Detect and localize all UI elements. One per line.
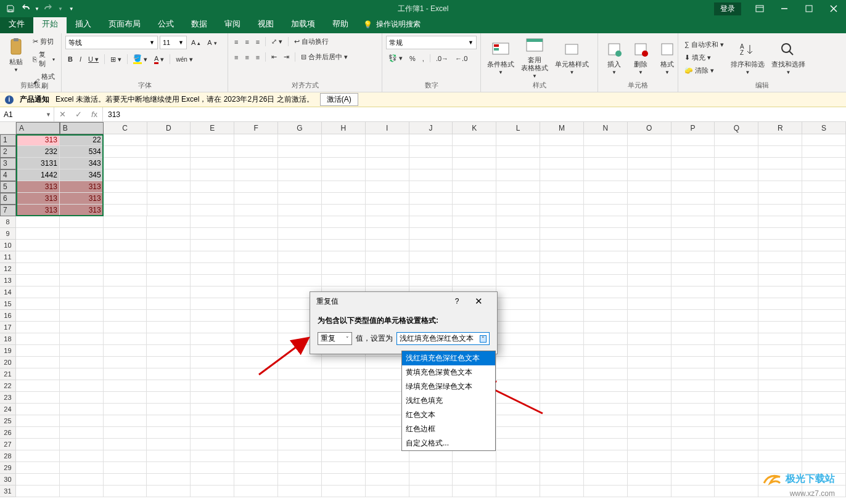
cell[interactable] (584, 251, 628, 263)
cell[interactable] (715, 439, 758, 450)
cell[interactable]: 3131 (16, 158, 60, 169)
row-header[interactable]: 18 (0, 333, 16, 345)
cell[interactable] (234, 427, 278, 439)
cell[interactable] (540, 240, 584, 251)
cell[interactable] (147, 193, 191, 205)
activate-button[interactable]: 激活(A) (320, 93, 358, 106)
undo-icon[interactable] (20, 3, 31, 14)
cell[interactable] (191, 450, 234, 462)
cell[interactable] (540, 427, 584, 439)
cell[interactable] (234, 357, 278, 368)
cell[interactable] (322, 146, 366, 158)
cell[interactable] (802, 380, 846, 392)
save-icon[interactable] (5, 3, 16, 14)
cell[interactable] (16, 275, 60, 287)
cell[interactable] (409, 240, 453, 251)
cell[interactable] (60, 404, 104, 415)
bold-button[interactable]: B (65, 54, 75, 64)
increase-indent-button[interactable]: ⇥ (281, 52, 292, 62)
cell[interactable] (715, 474, 758, 486)
cell[interactable] (758, 205, 802, 216)
cell[interactable] (758, 158, 802, 169)
cell[interactable] (628, 474, 671, 486)
cell[interactable] (278, 158, 322, 169)
cell[interactable] (496, 146, 540, 158)
increase-font-button[interactable]: A▴ (189, 38, 203, 47)
cell[interactable] (671, 450, 715, 462)
column-header[interactable]: E (191, 122, 234, 134)
cell[interactable] (496, 205, 540, 216)
cell[interactable]: 534 (60, 146, 104, 158)
cell[interactable] (540, 392, 584, 404)
cell[interactable] (322, 228, 366, 240)
cell[interactable] (715, 310, 758, 322)
cell[interactable] (147, 251, 191, 263)
column-header[interactable]: A (16, 122, 60, 134)
ribbon-display-icon[interactable] (747, 0, 772, 17)
cell[interactable] (366, 240, 409, 251)
merge-center-button[interactable]: ⊟合并后居中 ▾ (298, 51, 350, 63)
cell[interactable] (16, 450, 60, 462)
format-option[interactable]: 黄填充色深黄色文本 (402, 365, 495, 380)
decrease-font-button[interactable]: A▾ (205, 38, 219, 47)
row-header[interactable]: 19 (0, 345, 16, 357)
cell[interactable] (60, 415, 104, 427)
cell[interactable] (628, 404, 671, 415)
cell[interactable] (147, 216, 191, 228)
cell[interactable] (496, 158, 540, 169)
cell[interactable] (191, 169, 234, 181)
cell[interactable] (584, 462, 628, 474)
cell[interactable] (453, 462, 496, 474)
increase-decimal-button[interactable]: .0→ (433, 54, 451, 63)
cell[interactable] (278, 439, 322, 450)
cell[interactable] (191, 205, 234, 216)
tab-insert[interactable]: 插入 (67, 15, 100, 33)
cell[interactable] (322, 275, 366, 287)
cell[interactable] (322, 439, 366, 450)
cell[interactable] (715, 205, 758, 216)
cell[interactable] (628, 169, 671, 181)
cell[interactable] (802, 158, 846, 169)
cell[interactable] (584, 275, 628, 287)
cell[interactable] (16, 368, 60, 380)
cell[interactable] (540, 333, 584, 345)
cell[interactable] (60, 474, 104, 486)
cell[interactable] (540, 368, 584, 380)
cell[interactable] (584, 427, 628, 439)
column-header[interactable]: Q (715, 122, 758, 134)
cell[interactable] (453, 216, 496, 228)
tab-data[interactable]: 数据 (183, 15, 216, 33)
cell[interactable] (322, 240, 366, 251)
cell[interactable] (366, 146, 409, 158)
cell[interactable] (278, 462, 322, 474)
cell[interactable] (628, 298, 671, 310)
cell[interactable] (496, 462, 540, 474)
cell[interactable] (453, 134, 496, 146)
cell[interactable] (322, 263, 366, 275)
align-left-button[interactable]: ≡ (232, 52, 240, 62)
dialog-type-select[interactable]: 重复˅ (318, 332, 352, 345)
cell[interactable] (409, 263, 453, 275)
cell[interactable] (278, 251, 322, 263)
cell[interactable] (628, 251, 671, 263)
cell[interactable] (758, 263, 802, 275)
cell[interactable] (453, 146, 496, 158)
cell[interactable] (802, 404, 846, 415)
cell[interactable] (758, 240, 802, 251)
cell[interactable] (715, 450, 758, 462)
cell[interactable] (671, 169, 715, 181)
cell[interactable] (671, 275, 715, 287)
fill-color-button[interactable]: 🪣 ▾ (131, 53, 150, 65)
clear-button[interactable]: 🧽清除 ▾ (682, 65, 726, 76)
cell[interactable] (802, 427, 846, 439)
cell[interactable] (758, 169, 802, 181)
row-header[interactable]: 15 (0, 298, 16, 310)
format-option[interactable]: 绿填充色深绿色文本 (402, 380, 495, 394)
tab-formulas[interactable]: 公式 (149, 15, 183, 33)
cell[interactable] (584, 205, 628, 216)
cell[interactable] (628, 368, 671, 380)
cell[interactable] (147, 474, 191, 486)
cell[interactable] (715, 392, 758, 404)
cell[interactable] (715, 134, 758, 146)
cell[interactable] (584, 333, 628, 345)
